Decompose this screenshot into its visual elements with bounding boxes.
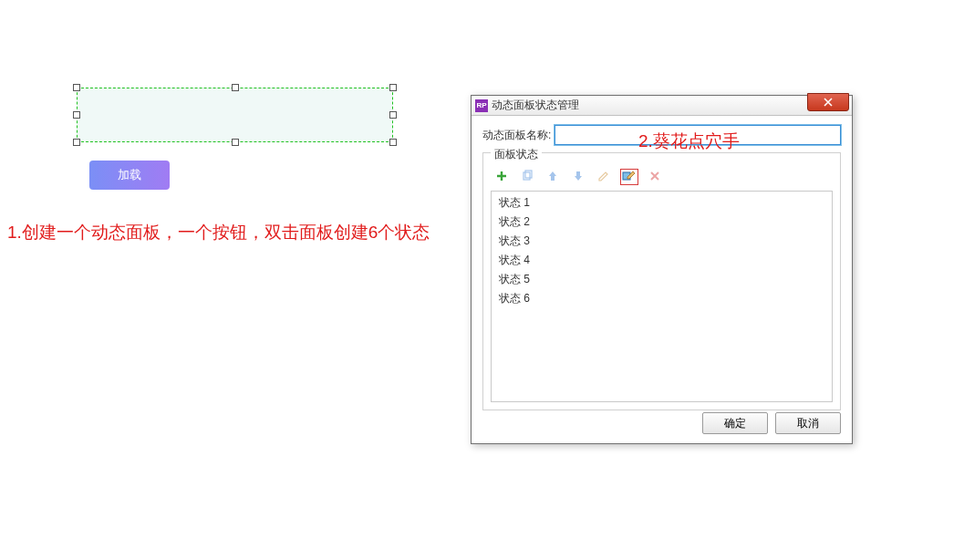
delete-icon <box>649 171 660 184</box>
resize-handle[interactable] <box>232 139 239 146</box>
cancel-button[interactable]: 取消 <box>775 412 841 434</box>
close-icon <box>823 98 834 107</box>
resize-handle[interactable] <box>73 139 80 146</box>
pencil-icon <box>597 170 610 185</box>
arrow-down-icon <box>573 170 584 185</box>
dialog-title: 动态面板状态管理 <box>492 98 579 113</box>
resize-handle[interactable] <box>73 111 80 119</box>
list-item[interactable]: 状态 5 <box>492 270 832 289</box>
duplicate-icon <box>521 170 534 185</box>
list-item[interactable]: 状态 1 <box>492 193 832 213</box>
rp-app-icon: RP <box>475 99 488 112</box>
list-item[interactable]: 状态 6 <box>492 289 832 308</box>
move-up-button[interactable] <box>544 169 562 185</box>
states-fieldset: 面板状态 <box>482 152 841 410</box>
dynamic-panel-widget[interactable] <box>77 88 393 142</box>
edit-all-states-button[interactable] <box>620 169 638 185</box>
delete-state-button[interactable] <box>646 169 664 185</box>
resize-handle[interactable] <box>389 111 397 119</box>
annotation-step2: 2.葵花点穴手 <box>638 130 740 153</box>
edit-state-button[interactable] <box>595 169 613 185</box>
ok-button[interactable]: 确定 <box>702 412 768 434</box>
resize-handle[interactable] <box>389 139 397 146</box>
resize-handle[interactable] <box>232 84 239 91</box>
dialog-body: 动态面板名称: 面板状态 <box>472 116 852 420</box>
close-button[interactable] <box>807 93 849 111</box>
annotation-step1: 1.创建一个动态面板，一个按钮，双击面板创建6个状态 <box>7 221 430 244</box>
list-item[interactable]: 状态 3 <box>492 232 832 251</box>
dialog-titlebar[interactable]: RP 动态面板状态管理 <box>472 96 852 116</box>
states-toolbar <box>491 167 833 191</box>
load-button[interactable]: 加载 <box>89 161 170 190</box>
resize-handle[interactable] <box>73 84 80 91</box>
states-legend: 面板状态 <box>491 147 542 162</box>
arrow-up-icon <box>547 170 558 185</box>
list-item[interactable]: 状态 4 <box>492 251 832 270</box>
svg-rect-0 <box>523 172 530 180</box>
move-down-button[interactable] <box>569 169 587 185</box>
list-item[interactable]: 状态 2 <box>492 213 832 232</box>
add-state-button[interactable] <box>492 169 511 185</box>
resize-handle[interactable] <box>389 84 397 91</box>
duplicate-state-button[interactable] <box>518 169 536 185</box>
panel-name-label: 动态面板名称: <box>482 128 551 143</box>
svg-rect-1 <box>525 171 532 178</box>
state-list[interactable]: 状态 1 状态 2 状态 3 状态 4 状态 5 状态 6 <box>491 191 833 402</box>
edit-all-icon <box>622 170 637 185</box>
add-icon <box>495 170 508 185</box>
